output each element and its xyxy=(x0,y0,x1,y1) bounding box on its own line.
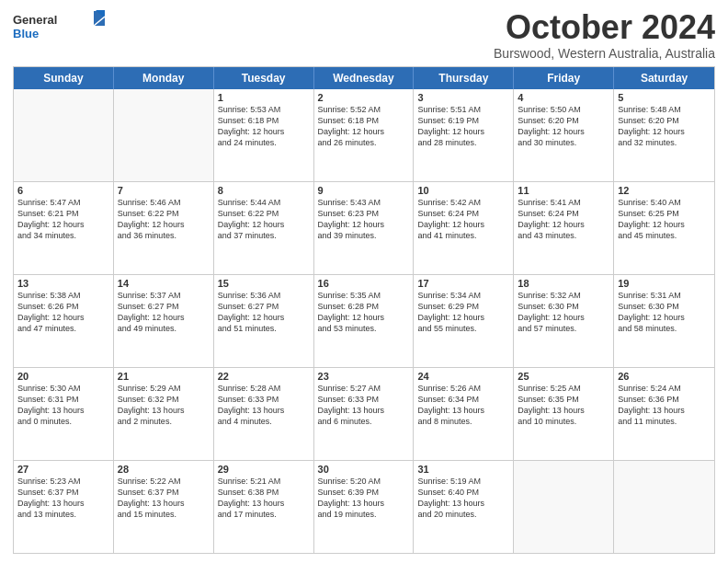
day-info-13: Sunrise: 5:38 AM Sunset: 6:26 PM Dayligh… xyxy=(17,290,109,335)
day-11: 11Sunrise: 5:41 AM Sunset: 6:24 PM Dayli… xyxy=(514,182,614,274)
day-13: 13Sunrise: 5:38 AM Sunset: 6:26 PM Dayli… xyxy=(14,275,114,367)
day-number-26: 26 xyxy=(618,371,711,382)
empty-cell-0-0 xyxy=(14,89,114,181)
day-number-9: 9 xyxy=(318,185,410,196)
day-number-24: 24 xyxy=(417,371,509,382)
svg-text:Blue: Blue xyxy=(13,27,39,40)
day-number-29: 29 xyxy=(218,464,310,475)
day-number-23: 23 xyxy=(318,371,410,382)
day-info-25: Sunrise: 5:25 AM Sunset: 6:35 PM Dayligh… xyxy=(518,383,609,428)
day-info-8: Sunrise: 5:44 AM Sunset: 6:22 PM Dayligh… xyxy=(218,197,310,242)
calendar: SundayMondayTuesdayWednesdayThursdayFrid… xyxy=(13,66,715,554)
day-info-26: Sunrise: 5:24 AM Sunset: 6:36 PM Dayligh… xyxy=(618,383,711,428)
day-info-23: Sunrise: 5:27 AM Sunset: 6:33 PM Dayligh… xyxy=(318,383,410,428)
page: General Blue October 2024 Burswood, West… xyxy=(0,0,728,563)
day-number-31: 31 xyxy=(417,464,509,475)
day-26: 26Sunrise: 5:24 AM Sunset: 6:36 PM Dayli… xyxy=(614,368,714,460)
day-15: 15Sunrise: 5:36 AM Sunset: 6:27 PM Dayli… xyxy=(214,275,314,367)
day-20: 20Sunrise: 5:30 AM Sunset: 6:31 PM Dayli… xyxy=(14,368,114,460)
day-30: 30Sunrise: 5:20 AM Sunset: 6:39 PM Dayli… xyxy=(314,461,415,553)
day-info-5: Sunrise: 5:48 AM Sunset: 6:20 PM Dayligh… xyxy=(618,104,711,149)
day-info-24: Sunrise: 5:26 AM Sunset: 6:34 PM Dayligh… xyxy=(417,383,509,428)
day-number-14: 14 xyxy=(118,278,210,289)
day-info-7: Sunrise: 5:46 AM Sunset: 6:22 PM Dayligh… xyxy=(118,197,210,242)
weekday-header-saturday: Saturday xyxy=(614,67,714,89)
weekday-header-monday: Monday xyxy=(114,67,214,89)
day-info-30: Sunrise: 5:20 AM Sunset: 6:39 PM Dayligh… xyxy=(318,476,410,521)
day-info-21: Sunrise: 5:29 AM Sunset: 6:32 PM Dayligh… xyxy=(118,383,210,428)
day-info-2: Sunrise: 5:52 AM Sunset: 6:18 PM Dayligh… xyxy=(318,104,410,149)
day-info-12: Sunrise: 5:40 AM Sunset: 6:25 PM Dayligh… xyxy=(618,197,711,242)
day-2: 2Sunrise: 5:52 AM Sunset: 6:18 PM Daylig… xyxy=(314,89,415,181)
day-10: 10Sunrise: 5:42 AM Sunset: 6:24 PM Dayli… xyxy=(414,182,514,274)
day-info-15: Sunrise: 5:36 AM Sunset: 6:27 PM Dayligh… xyxy=(218,290,310,335)
day-info-11: Sunrise: 5:41 AM Sunset: 6:24 PM Dayligh… xyxy=(518,197,609,242)
day-number-28: 28 xyxy=(118,464,210,475)
day-number-25: 25 xyxy=(518,371,609,382)
day-12: 12Sunrise: 5:40 AM Sunset: 6:25 PM Dayli… xyxy=(614,182,714,274)
calendar-week-5: 27Sunrise: 5:23 AM Sunset: 6:37 PM Dayli… xyxy=(14,460,714,553)
day-4: 4Sunrise: 5:50 AM Sunset: 6:20 PM Daylig… xyxy=(514,89,614,181)
day-info-6: Sunrise: 5:47 AM Sunset: 6:21 PM Dayligh… xyxy=(17,197,109,242)
logo: General Blue xyxy=(13,9,105,42)
empty-cell-4-6 xyxy=(614,461,714,553)
day-6: 6Sunrise: 5:47 AM Sunset: 6:21 PM Daylig… xyxy=(14,182,114,274)
day-number-20: 20 xyxy=(17,371,109,382)
subtitle: Burswood, Western Australia, Australia xyxy=(494,46,715,61)
day-number-8: 8 xyxy=(218,185,310,196)
day-info-27: Sunrise: 5:23 AM Sunset: 6:37 PM Dayligh… xyxy=(17,476,109,521)
day-info-22: Sunrise: 5:28 AM Sunset: 6:33 PM Dayligh… xyxy=(218,383,310,428)
day-number-22: 22 xyxy=(218,371,310,382)
day-number-17: 17 xyxy=(417,278,509,289)
day-number-30: 30 xyxy=(318,464,410,475)
calendar-week-4: 20Sunrise: 5:30 AM Sunset: 6:31 PM Dayli… xyxy=(14,367,714,460)
weekday-header-wednesday: Wednesday xyxy=(314,67,415,89)
weekday-header-friday: Friday xyxy=(514,67,614,89)
day-info-14: Sunrise: 5:37 AM Sunset: 6:27 PM Dayligh… xyxy=(118,290,210,335)
day-17: 17Sunrise: 5:34 AM Sunset: 6:29 PM Dayli… xyxy=(414,275,514,367)
month-title: October 2024 xyxy=(494,9,715,46)
day-info-9: Sunrise: 5:43 AM Sunset: 6:23 PM Dayligh… xyxy=(318,197,410,242)
empty-cell-0-1 xyxy=(114,89,214,181)
day-number-16: 16 xyxy=(318,278,410,289)
day-info-20: Sunrise: 5:30 AM Sunset: 6:31 PM Dayligh… xyxy=(17,383,109,428)
calendar-week-2: 6Sunrise: 5:47 AM Sunset: 6:21 PM Daylig… xyxy=(14,181,714,274)
day-number-10: 10 xyxy=(417,185,509,196)
day-info-1: Sunrise: 5:53 AM Sunset: 6:18 PM Dayligh… xyxy=(218,104,310,149)
day-24: 24Sunrise: 5:26 AM Sunset: 6:34 PM Dayli… xyxy=(414,368,514,460)
day-number-13: 13 xyxy=(17,278,109,289)
logo-svg: General Blue xyxy=(13,9,105,42)
day-19: 19Sunrise: 5:31 AM Sunset: 6:30 PM Dayli… xyxy=(614,275,714,367)
day-number-6: 6 xyxy=(17,185,109,196)
day-8: 8Sunrise: 5:44 AM Sunset: 6:22 PM Daylig… xyxy=(214,182,314,274)
day-22: 22Sunrise: 5:28 AM Sunset: 6:33 PM Dayli… xyxy=(214,368,314,460)
day-25: 25Sunrise: 5:25 AM Sunset: 6:35 PM Dayli… xyxy=(514,368,614,460)
weekday-header-sunday: Sunday xyxy=(14,67,114,89)
day-27: 27Sunrise: 5:23 AM Sunset: 6:37 PM Dayli… xyxy=(14,461,114,553)
day-5: 5Sunrise: 5:48 AM Sunset: 6:20 PM Daylig… xyxy=(614,89,714,181)
day-info-16: Sunrise: 5:35 AM Sunset: 6:28 PM Dayligh… xyxy=(318,290,410,335)
day-number-27: 27 xyxy=(17,464,109,475)
day-1: 1Sunrise: 5:53 AM Sunset: 6:18 PM Daylig… xyxy=(214,89,314,181)
day-info-29: Sunrise: 5:21 AM Sunset: 6:38 PM Dayligh… xyxy=(218,476,310,521)
day-number-21: 21 xyxy=(118,371,210,382)
day-number-2: 2 xyxy=(318,92,410,103)
calendar-week-3: 13Sunrise: 5:38 AM Sunset: 6:26 PM Dayli… xyxy=(14,274,714,367)
day-info-31: Sunrise: 5:19 AM Sunset: 6:40 PM Dayligh… xyxy=(417,476,509,521)
day-info-4: Sunrise: 5:50 AM Sunset: 6:20 PM Dayligh… xyxy=(518,104,609,149)
day-18: 18Sunrise: 5:32 AM Sunset: 6:30 PM Dayli… xyxy=(514,275,614,367)
day-number-1: 1 xyxy=(218,92,310,103)
calendar-header: SundayMondayTuesdayWednesdayThursdayFrid… xyxy=(14,67,714,89)
day-number-18: 18 xyxy=(518,278,609,289)
day-21: 21Sunrise: 5:29 AM Sunset: 6:32 PM Dayli… xyxy=(114,368,214,460)
empty-cell-4-5 xyxy=(514,461,614,553)
header: General Blue October 2024 Burswood, West… xyxy=(13,9,715,61)
day-16: 16Sunrise: 5:35 AM Sunset: 6:28 PM Dayli… xyxy=(314,275,415,367)
day-info-3: Sunrise: 5:51 AM Sunset: 6:19 PM Dayligh… xyxy=(417,104,509,149)
calendar-body: 1Sunrise: 5:53 AM Sunset: 6:18 PM Daylig… xyxy=(14,89,714,553)
day-29: 29Sunrise: 5:21 AM Sunset: 6:38 PM Dayli… xyxy=(214,461,314,553)
day-14: 14Sunrise: 5:37 AM Sunset: 6:27 PM Dayli… xyxy=(114,275,214,367)
day-number-15: 15 xyxy=(218,278,310,289)
day-info-18: Sunrise: 5:32 AM Sunset: 6:30 PM Dayligh… xyxy=(518,290,609,335)
day-info-19: Sunrise: 5:31 AM Sunset: 6:30 PM Dayligh… xyxy=(618,290,711,335)
